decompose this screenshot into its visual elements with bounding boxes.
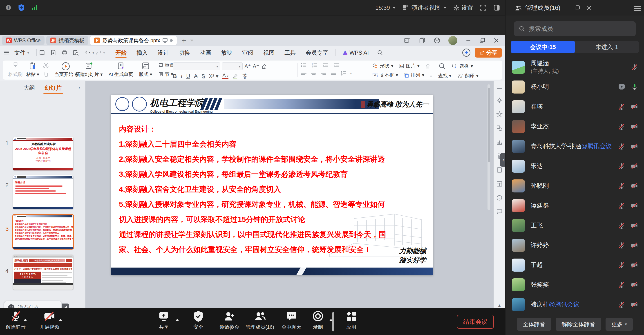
shapes-button[interactable]: 形状 ▾ xyxy=(372,63,394,69)
side-panel-toggle-icon[interactable] xyxy=(493,4,500,11)
outline-color-icon[interactable] xyxy=(429,72,433,78)
member-row-host[interactable]: 周韫涵(主持人, 我) xyxy=(506,57,644,77)
highlight-color-icon[interactable] xyxy=(232,73,238,79)
slide-thumbnail-4[interactable]: 形势政策网 传递中央精神 纵论天下大势 习近平：认真学习贯彻党的二十届四中全会精… xyxy=(13,255,73,290)
ai-generate-page-button[interactable]: P AI 生成单页 xyxy=(108,60,133,78)
dock-scroll-handle[interactable] xyxy=(332,312,334,332)
member-row[interactable]: 褚庆柱@腾讯会议 xyxy=(506,295,644,314)
justify-icon[interactable] xyxy=(330,71,336,76)
layout-button[interactable]: 版式 ▾ xyxy=(139,60,152,78)
arrange-button[interactable]: 排列 ▾ xyxy=(403,72,424,78)
start-video-button[interactable]: 开启视频 xyxy=(40,310,59,330)
save-icon[interactable] xyxy=(39,50,45,56)
mic-muted-icon[interactable] xyxy=(631,64,638,71)
account-avatar[interactable] xyxy=(448,36,457,45)
undo-icon[interactable] xyxy=(85,50,91,56)
sharing-screen-icon[interactable] xyxy=(618,83,626,91)
member-row[interactable]: 宋达 xyxy=(506,156,644,176)
apps-button[interactable]: 应用 xyxy=(346,310,357,330)
tab-presentation-document[interactable]: P 形势与政策课集备会.pptx xyxy=(90,36,177,45)
find-search-icon[interactable] xyxy=(438,62,446,70)
chart-panel-icon[interactable] xyxy=(496,139,502,145)
mic-muted-icon[interactable] xyxy=(618,202,625,210)
copy-icon[interactable] xyxy=(43,71,49,77)
member-row[interactable]: 张笑笑 xyxy=(506,275,644,295)
increase-indent-icon[interactable] xyxy=(333,63,339,68)
format-painter-button[interactable]: 格式刷 xyxy=(8,60,22,78)
underline-button[interactable]: U xyxy=(186,73,190,79)
menu-insert[interactable]: 插入 xyxy=(132,46,153,59)
bullet-list-icon[interactable] xyxy=(301,63,307,68)
minimize-icon[interactable] xyxy=(466,38,471,44)
mic-muted-icon[interactable] xyxy=(618,301,625,308)
phonetic-guide-button[interactable]: wén文 xyxy=(242,74,247,79)
collapse-sidebar-icon[interactable]: ‹ xyxy=(78,84,80,91)
protection-shield-icon[interactable] xyxy=(18,4,25,12)
restore-icon[interactable] xyxy=(480,38,485,44)
share-options-caret[interactable] xyxy=(176,319,179,321)
fill-color-icon[interactable] xyxy=(424,63,430,69)
superscript-button[interactable]: X² ▾ xyxy=(209,73,218,79)
camera-muted-icon[interactable] xyxy=(630,142,638,150)
menu-design[interactable]: 设计 xyxy=(153,46,174,59)
menu-home[interactable]: 开始 xyxy=(110,46,132,59)
camera-muted-icon[interactable] xyxy=(630,242,638,249)
menu-member[interactable]: 会员专享 xyxy=(301,46,333,59)
documents-icon[interactable] xyxy=(419,37,426,44)
member-row[interactable]: 于超 xyxy=(506,255,644,275)
member-row[interactable]: 崔瑛 xyxy=(506,97,644,117)
tab-outline[interactable]: 大纲 xyxy=(24,84,35,92)
menu-file[interactable]: 文件 ▾ xyxy=(10,46,34,59)
bold-button[interactable]: B xyxy=(173,73,177,79)
close-window-icon[interactable] xyxy=(493,38,499,44)
tab-not-joined[interactable]: 未进入·1 xyxy=(575,41,639,53)
redo-icon[interactable] xyxy=(96,50,102,56)
close-panel-icon[interactable] xyxy=(586,5,592,10)
camera-muted-icon[interactable] xyxy=(630,182,638,190)
tab-wps-home[interactable]: W WPS Office xyxy=(2,36,44,45)
member-row[interactable]: 孙晓刚 xyxy=(506,176,644,196)
comment-panel-icon[interactable] xyxy=(496,209,502,215)
more-button[interactable]: 更多▾ xyxy=(606,318,633,331)
slide-thumbnail-2[interactable]: 课程分组: xyxy=(13,175,73,209)
member-row[interactable]: 李亚杰 xyxy=(506,117,644,136)
print-icon[interactable] xyxy=(62,50,68,56)
share-button[interactable]: 分享 xyxy=(475,48,502,58)
tab-docer-templates[interactable]: 稻 找稻壳模板 xyxy=(46,36,88,45)
play-from-current-button[interactable]: 当页开始 ▾ xyxy=(54,60,77,78)
align-left-icon[interactable] xyxy=(301,71,307,76)
mic-muted-icon[interactable] xyxy=(618,142,625,150)
textbox-button[interactable]: A文本框 ▾ xyxy=(372,72,398,78)
decrease-font-button[interactable]: A⁻ xyxy=(253,63,259,70)
align-center-icon[interactable] xyxy=(310,71,317,76)
invite-button[interactable]: 邀请参会 xyxy=(220,310,239,330)
member-row[interactable]: 青岛科技大学-张涵@腾讯会议 xyxy=(506,136,644,156)
slide-thumbnail-1[interactable]: 力勤能械 踏实好学 2025-2026学年秋季学期形势与政策课程集备会 机电工程… xyxy=(13,137,73,170)
mic-muted-icon[interactable] xyxy=(618,103,625,110)
mic-muted-icon[interactable] xyxy=(618,281,625,289)
member-row[interactable]: 谭廷群 xyxy=(506,196,644,216)
select-button[interactable]: 选择 ▾ xyxy=(452,63,473,69)
mic-muted-icon[interactable] xyxy=(618,162,625,170)
prev-slide-button[interactable]: ▴ xyxy=(498,302,500,308)
member-row[interactable]: 王飞 xyxy=(506,216,644,236)
network-signal-icon[interactable] xyxy=(31,4,38,11)
slide-body-text[interactable]: 内容设计： 1.深刻融入二十届四中全会相关内容 2.深刻融入安全稳定相关内容，学… xyxy=(119,122,386,257)
menu-search-icon[interactable] xyxy=(377,50,383,56)
section-button[interactable]: 节 ▾ xyxy=(158,71,173,77)
effects-star-icon[interactable] xyxy=(496,111,502,117)
tab-list-caret-icon[interactable] xyxy=(190,40,194,42)
cloud-sync-icon[interactable] xyxy=(462,48,471,57)
member-row[interactable]: 杨小明 xyxy=(506,77,644,97)
strikethrough-button[interactable]: A xyxy=(194,73,198,79)
camera-muted-icon[interactable] xyxy=(630,281,638,289)
collapse-strip-icon[interactable] xyxy=(496,87,502,90)
slide-thumbnail-3-selected[interactable]: 内容设计: 1.深刻融入二十届四中全会相关内容 2.深刻融入安全稳定相关内容，学… xyxy=(13,215,73,249)
member-list[interactable]: 周韫涵(主持人, 我) 杨小明 崔瑛 李亚杰 xyxy=(506,57,644,314)
shadow-button[interactable]: S xyxy=(202,73,205,79)
font-family-select[interactable]: ▾ xyxy=(173,62,220,70)
mic-muted-icon[interactable] xyxy=(618,261,625,269)
menu-transition[interactable]: 切换 xyxy=(174,46,195,59)
mic-muted-icon[interactable] xyxy=(618,123,625,130)
meeting-time[interactable]: 15:39 xyxy=(375,4,396,11)
